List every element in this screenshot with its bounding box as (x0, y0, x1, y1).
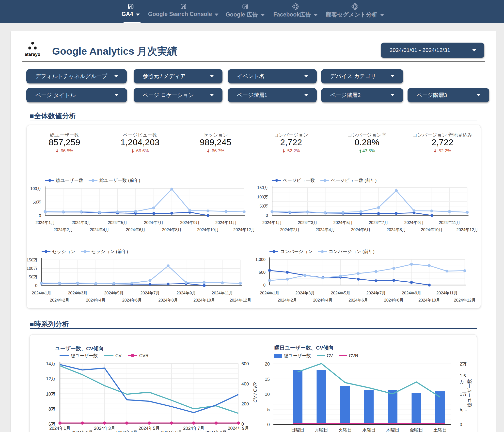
svg-text:2024年3月: 2024年3月 (295, 291, 315, 295)
svg-text:5: 5 (267, 407, 270, 412)
svg-text:2024年5月: 2024年5月 (333, 220, 353, 225)
svg-text:総ユーザー数: 総ユーザー数 (467, 379, 472, 408)
svg-text:2024年12月: 2024年12月 (457, 227, 478, 232)
svg-text:2024年2月: 2024年2月 (54, 227, 73, 232)
svg-text:12万: 12万 (46, 376, 55, 381)
svg-text:10: 10 (265, 392, 270, 397)
svg-text:2024年6月: 2024年6月 (351, 227, 371, 232)
svg-text:金曜日: 金曜日 (410, 428, 423, 432)
svg-text:2024年8月: 2024年8月 (205, 430, 227, 432)
svg-text:600: 600 (241, 361, 249, 366)
svg-text:2024年9月: 2024年9月 (404, 220, 424, 225)
svg-text:50万: 50万 (29, 275, 37, 279)
svg-text:2024年3月: 2024年3月 (298, 220, 317, 225)
svg-text:万: 万 (460, 379, 464, 384)
svg-text:0: 0 (263, 283, 266, 287)
svg-text:2024年1月: 2024年1月 (260, 291, 279, 295)
svg-text:2024年9月: 2024年9月 (180, 220, 200, 225)
svg-text:0: 0 (35, 283, 37, 288)
svg-text:2024年8月: 2024年8月 (158, 298, 178, 302)
svg-text:CV / CVR: CV / CVR (252, 382, 258, 403)
svg-text:10万: 10万 (46, 392, 55, 397)
svg-text:火曜日: 火曜日 (339, 428, 352, 432)
svg-text:2024年7月: 2024年7月 (366, 291, 386, 295)
svg-text:15: 15 (265, 377, 270, 382)
svg-text:14万: 14万 (46, 361, 55, 366)
svg-text:2024年2月: 2024年2月 (50, 298, 69, 302)
svg-text:2024年2月: 2024年2月 (278, 298, 297, 302)
svg-text:2024年4月: 2024年4月 (90, 227, 109, 232)
svg-text:200: 200 (241, 401, 249, 406)
svg-text:2024年7月: 2024年7月 (140, 291, 160, 295)
svg-text:2024年6月: 2024年6月 (161, 430, 182, 432)
svg-text:2024年12月: 2024年12月 (230, 298, 251, 302)
svg-text:2024年7月: 2024年7月 (183, 426, 204, 431)
svg-text:2024年11月: 2024年11月 (215, 220, 237, 225)
svg-text:1,000: 1,000 (255, 257, 266, 262)
svg-text:2024年3月: 2024年3月 (94, 426, 115, 431)
svg-text:2024年3月: 2024年3月 (72, 220, 91, 225)
svg-text:150万: 150万 (27, 258, 37, 262)
svg-text:2024年4月: 2024年4月 (313, 298, 332, 302)
svg-text:2024年6月: 2024年6月 (126, 227, 145, 232)
svg-text:1万: 1万 (460, 392, 467, 397)
svg-text:2024年5月: 2024年5月 (139, 426, 160, 431)
svg-text:0: 0 (39, 213, 41, 218)
svg-text:2024年1月: 2024年1月 (32, 291, 51, 295)
svg-text:2024年8月: 2024年8月 (162, 227, 182, 232)
svg-text:2024年7月: 2024年7月 (369, 220, 388, 225)
svg-text:2024年5月: 2024年5月 (104, 291, 124, 295)
svg-text:2024年5月: 2024年5月 (108, 220, 127, 225)
svg-text:1.5: 1.5 (460, 373, 466, 378)
svg-text:5,...: 5,... (460, 407, 467, 412)
svg-text:2024年11月: 2024年11月 (439, 220, 460, 225)
svg-text:2024年12月: 2024年12月 (454, 298, 475, 302)
svg-text:2024年11月: 2024年11月 (212, 291, 233, 295)
svg-text:0: 0 (266, 213, 268, 218)
svg-text:2024年1月: 2024年1月 (262, 220, 282, 225)
svg-text:2024年6月: 2024年6月 (348, 298, 368, 302)
svg-text:2024年1月: 2024年1月 (35, 220, 55, 225)
svg-text:0: 0 (267, 422, 270, 427)
svg-text:2024年7月: 2024年7月 (144, 220, 163, 225)
svg-text:20: 20 (265, 362, 270, 367)
svg-text:50万: 50万 (32, 200, 41, 204)
svg-text:2024年10月: 2024年10月 (421, 227, 442, 232)
svg-text:2024年2月: 2024年2月 (280, 227, 299, 232)
svg-text:2024年4月: 2024年4月 (116, 430, 137, 432)
svg-text:500: 500 (259, 270, 266, 274)
svg-text:2024年9月: 2024年9月 (176, 291, 196, 295)
svg-text:2024年8月: 2024年8月 (387, 227, 406, 232)
svg-text:100万: 100万 (257, 195, 268, 199)
svg-text:150万: 150万 (257, 185, 268, 190)
svg-text:2024年3月: 2024年3月 (68, 291, 87, 295)
svg-text:日曜日: 日曜日 (291, 428, 304, 432)
svg-text:木曜日: 木曜日 (386, 428, 399, 432)
svg-text:2024年8月: 2024年8月 (384, 298, 404, 302)
svg-text:2024年9月: 2024年9月 (402, 291, 421, 295)
svg-text:0: 0 (460, 422, 462, 427)
svg-text:月曜日: 月曜日 (315, 428, 328, 432)
svg-text:100万: 100万 (30, 186, 41, 191)
svg-text:8万: 8万 (48, 407, 55, 412)
svg-text:2024年2月: 2024年2月 (72, 430, 93, 432)
svg-text:2024年5月: 2024年5月 (331, 291, 350, 295)
svg-text:水曜日: 水曜日 (362, 428, 376, 432)
svg-text:2024年11月: 2024年11月 (436, 291, 458, 295)
svg-text:2024年4月: 2024年4月 (86, 298, 106, 302)
svg-text:2024年1月: 2024年1月 (49, 426, 71, 431)
svg-text:50万: 50万 (259, 204, 268, 208)
svg-text:土曜日: 土曜日 (434, 428, 447, 432)
svg-text:2024年4月: 2024年4月 (315, 227, 335, 232)
svg-text:400: 400 (241, 382, 249, 386)
svg-text:2024年10月: 2024年10月 (418, 298, 440, 302)
svg-text:2024年9月: 2024年9月 (228, 426, 249, 431)
svg-text:2024年10月: 2024年10月 (193, 298, 215, 302)
svg-text:2万: 2万 (460, 362, 467, 367)
svg-text:2024年10月: 2024年10月 (197, 227, 219, 232)
svg-text:100万: 100万 (27, 266, 37, 271)
svg-text:2024年6月: 2024年6月 (122, 298, 142, 302)
